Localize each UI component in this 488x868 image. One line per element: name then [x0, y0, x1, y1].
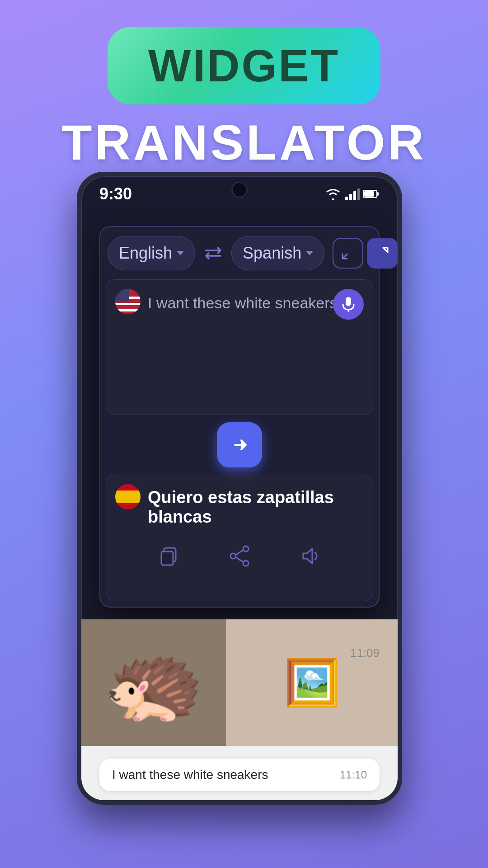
target-language-selector[interactable]: Spanish: [231, 236, 324, 270]
chat-message-text: I want these white sneakers: [112, 768, 268, 782]
svg-line-15: [236, 557, 243, 562]
signal-icon: [345, 188, 360, 200]
widget-badge: WIDGET: [108, 27, 380, 104]
output-header: Quiero estas zapatillas blancas: [115, 484, 364, 527]
output-section: Quiero estas zapatillas blancas: [106, 475, 373, 601]
svg-line-14: [236, 550, 243, 555]
wifi-icon: [324, 188, 342, 200]
language-bar[interactable]: English Spanish: [100, 227, 379, 279]
source-lang-text: English: [119, 244, 172, 263]
source-lang-chevron-icon: [177, 251, 184, 255]
share-button[interactable]: [229, 545, 250, 567]
source-flag-icon: [115, 289, 141, 314]
collapse-button[interactable]: [333, 238, 363, 269]
status-icons: [324, 188, 380, 200]
badge-text: WIDGET: [148, 40, 340, 91]
svg-point-13: [243, 561, 249, 566]
svg-point-11: [243, 546, 249, 552]
phone-mockup: 9:30: [77, 172, 411, 805]
close-button[interactable]: ✕: [401, 238, 402, 269]
svg-rect-1: [349, 194, 352, 200]
chat-image-2: 🖼️: [226, 619, 398, 746]
translator-widget: English Spanish: [99, 226, 380, 608]
image-timestamp: 11:09: [350, 646, 380, 660]
svg-rect-10: [161, 552, 173, 565]
target-lang-text: Spanish: [243, 244, 301, 263]
input-text[interactable]: I want these white sneakers: [148, 289, 364, 314]
svg-rect-0: [345, 197, 348, 200]
phone-frame: 9:30: [77, 172, 402, 805]
input-header: I want these white sneakers: [115, 289, 364, 314]
microphone-button[interactable]: [333, 289, 364, 320]
target-flag-icon: [115, 484, 141, 509]
expand-button[interactable]: [367, 238, 398, 269]
input-section[interactable]: I want these white sneakers: [106, 279, 373, 415]
camera-notch: [231, 182, 248, 198]
svg-rect-7: [346, 297, 351, 306]
app-title: TRANSLATOR: [61, 113, 427, 171]
output-toolbar: [115, 536, 364, 576]
swap-languages-button[interactable]: [200, 240, 227, 267]
status-time: 9:30: [99, 184, 132, 203]
svg-point-12: [230, 553, 236, 559]
widget-toolbar-buttons: ✕: [333, 238, 402, 269]
speaker-button[interactable]: [300, 545, 321, 567]
svg-rect-5: [364, 191, 374, 197]
chat-images: 🦔 🖼️: [81, 619, 398, 746]
chat-message-time: 11:10: [340, 769, 367, 781]
chat-image-1: 🦔: [81, 619, 226, 746]
translated-text: Quiero estas zapatillas blancas: [148, 488, 364, 527]
target-lang-chevron-icon: [306, 251, 313, 255]
source-language-selector[interactable]: English: [108, 236, 195, 270]
translate-button[interactable]: [217, 422, 262, 467]
battery-icon: [363, 189, 380, 199]
header-section: WIDGET TRANSLATOR: [0, 0, 488, 171]
svg-rect-6: [377, 192, 379, 196]
chat-message-bubble: I want these white sneakers 11:10: [99, 759, 380, 791]
copy-button[interactable]: [158, 545, 179, 567]
chat-area: 🦔 🖼️ 11:09 I want these white sneakers 1…: [81, 619, 398, 800]
translate-button-container: [100, 422, 379, 467]
svg-rect-2: [353, 191, 356, 200]
svg-rect-3: [357, 189, 360, 200]
